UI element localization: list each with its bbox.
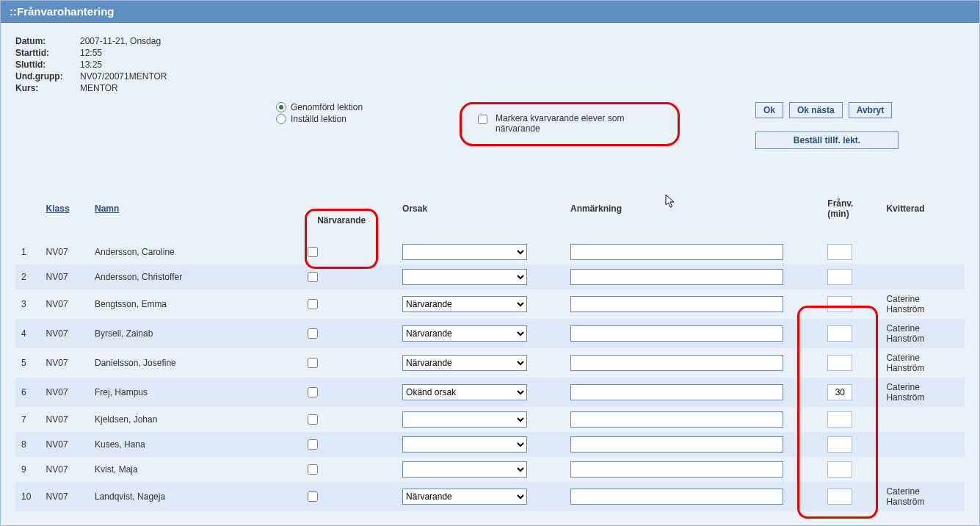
anmarkning-input[interactable] [570,436,783,453]
th-klass[interactable]: Klass [40,177,89,239]
anmarkning-input[interactable] [570,355,783,371]
bestall-button[interactable]: Beställ tillf. lekt. [755,132,899,149]
th-orsak: Orsak [396,177,565,239]
franv-input[interactable] [827,489,852,505]
anmarkning-input[interactable] [570,411,783,428]
narvarande-checkbox[interactable] [308,299,318,309]
value-starttid: 12:55 [80,48,102,58]
anmarkning-input[interactable] [570,244,783,260]
orsak-select[interactable]: NärvarandeOkänd orsak [402,436,527,453]
narvarande-checkbox[interactable] [308,387,318,397]
radio-installd[interactable]: Inställd lektion [276,114,460,124]
cell-namn: Byrsell, Zainab [89,319,299,348]
ok-button[interactable]: Ok [755,102,783,118]
cell-klass: NV07 [40,289,89,319]
orsak-select[interactable]: NärvarandeOkänd orsak [402,325,527,342]
table-row: 5NV07Danielsson, JosefineNärvarandeOkänd… [15,348,965,378]
th-anmarkning: Anmärkning [565,177,821,239]
narvarande-checkbox[interactable] [308,464,318,475]
content: Datum:2007-11-21, Onsdag Starttid:12:55 … [1,23,979,511]
cell-namn: Frej, Hampus [89,378,299,407]
cell-index: 1 [15,239,40,264]
page-title-bar: ::Frånvarohantering [1,1,979,23]
cell-klass: NV07 [40,457,89,482]
narvarande-checkbox[interactable] [308,439,318,450]
cell-franv [821,348,880,378]
cell-index: 3 [15,289,40,319]
cell-narvarande [299,457,396,482]
cell-franv [821,432,880,457]
options-row: Genomförd lektion Inställd lektion Marke… [15,102,965,149]
markera-checkbox[interactable] [478,115,487,124]
cell-narvarande [299,482,396,511]
th-namn-link[interactable]: Namn [95,203,119,214]
ok-next-button[interactable]: Ok nästa [789,102,843,118]
attendance-table: Klass Namn Närvarande Orsak Anmärkning F… [15,177,965,511]
orsak-select[interactable]: NärvarandeOkänd orsak [402,461,527,478]
cell-index: 9 [15,457,40,482]
label-sluttid: Sluttid: [15,60,80,70]
anmarkning-input[interactable] [570,296,783,312]
cell-index: 6 [15,378,40,407]
orsak-select[interactable]: NärvarandeOkänd orsak [402,244,527,260]
narvarande-checkbox[interactable] [308,414,318,425]
cell-namn: Andersson, Caroline [89,239,299,264]
th-namn[interactable]: Namn [89,177,299,239]
cell-namn: Kuses, Hana [89,432,299,457]
anmarkning-input[interactable] [570,269,783,285]
anmarkning-input[interactable] [570,384,783,400]
narvarande-checkbox[interactable] [308,358,318,368]
orsak-select[interactable]: NärvarandeOkänd orsak [402,296,527,312]
orsak-select[interactable]: NärvarandeOkänd orsak [402,411,527,428]
cell-anmarkning [565,264,821,289]
cell-kvitterad [880,239,965,264]
orsak-select[interactable]: NärvarandeOkänd orsak [402,384,527,400]
th-kvitterad: Kvitterad [880,177,965,239]
table-row: 3NV07Bengtsson, EmmaNärvarandeOkänd orsa… [15,289,965,319]
cell-anmarkning [565,289,821,319]
cell-franv [821,319,880,348]
cancel-button[interactable]: Avbryt [849,102,893,118]
franv-input[interactable] [827,269,852,285]
cell-kvitterad: Caterine Hanström [880,319,965,348]
action-buttons: Ok Ok nästa Avbryt Beställ tillf. lekt. [755,102,899,149]
anmarkning-input[interactable] [570,489,783,505]
narvarande-checkbox[interactable] [308,328,318,339]
cell-index: 2 [15,264,40,289]
anmarkning-input[interactable] [570,461,783,478]
th-klass-link[interactable]: Klass [46,203,70,214]
cell-franv [821,482,880,511]
cell-kvitterad [880,407,965,432]
franv-input[interactable] [827,411,852,428]
cell-index: 5 [15,348,40,378]
radio-genomford[interactable]: Genomförd lektion [276,102,460,112]
table-row: 10NV07Landqvist, NagejaNärvarandeOkänd o… [15,482,965,511]
orsak-select[interactable]: NärvarandeOkänd orsak [402,269,527,285]
anmarkning-input[interactable] [570,325,783,342]
cell-narvarande [299,378,396,407]
th-franv: Frånv. (min) [821,177,880,239]
cell-klass: NV07 [40,378,89,407]
radio-installd-label: Inställd lektion [291,114,346,124]
franv-input[interactable] [827,436,852,453]
narvarande-checkbox[interactable] [308,272,318,282]
orsak-select[interactable]: NärvarandeOkänd orsak [402,355,527,371]
cell-franv [821,457,880,482]
narvarande-checkbox[interactable] [308,491,318,502]
orsak-select[interactable]: NärvarandeOkänd orsak [402,489,527,505]
franv-input[interactable] [827,296,852,312]
cell-index: 8 [15,432,40,457]
cell-franv [821,407,880,432]
franv-input[interactable] [827,355,852,371]
cell-anmarkning [565,457,821,482]
franv-input[interactable] [827,244,852,260]
cell-anmarkning [565,319,821,348]
th-index [15,177,40,239]
franv-input[interactable] [827,461,852,478]
cell-namn: Bengtsson, Emma [89,289,299,319]
franv-input[interactable] [827,325,852,342]
franv-input[interactable] [827,384,852,400]
cell-anmarkning [565,432,821,457]
cell-namn: Kjeldsen, Johan [89,407,299,432]
cell-klass: NV07 [40,482,89,511]
